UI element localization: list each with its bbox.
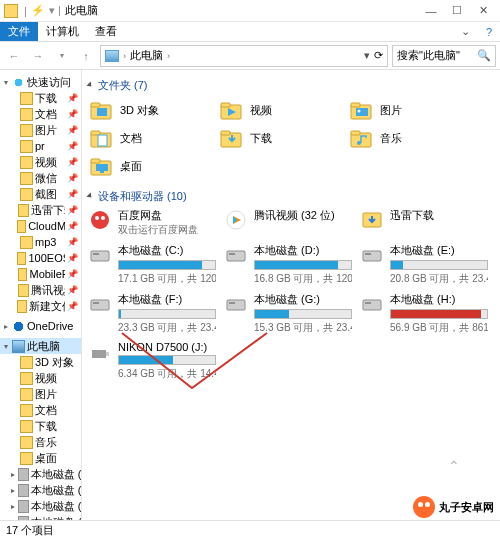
sidebar-pc-item[interactable]: 文档 xyxy=(0,402,81,418)
folder-icon xyxy=(17,252,26,265)
folder-item[interactable]: 桌面 xyxy=(88,153,210,179)
nav-history-button[interactable]: ▾ xyxy=(52,46,72,66)
drive-item[interactable]: 本地磁盘 (H:)56.9 GB 可用，共 861 … xyxy=(360,292,488,335)
svg-point-9 xyxy=(358,110,361,113)
close-button[interactable]: ✕ xyxy=(470,1,496,21)
drive-usage-bar xyxy=(390,260,488,270)
drive-item[interactable]: 本地磁盘 (G:)15.3 GB 可用，共 23.4… xyxy=(224,292,352,335)
folder-label: 3D 对象 xyxy=(120,103,159,118)
sidebar-onedrive[interactable]: ▸OneDrive xyxy=(0,318,81,334)
sidebar-quick-item[interactable]: 迅雷下载📌 xyxy=(0,202,81,218)
sidebar-quick-item[interactable]: 微信📌 xyxy=(0,170,81,186)
nav-up-button[interactable]: ↑ xyxy=(76,46,96,66)
sidebar-pc-item[interactable]: 视频 xyxy=(0,370,81,386)
collapse-caret-icon[interactable]: ⌃ xyxy=(448,458,460,474)
drive-item[interactable]: 本地磁盘 (C:)17.1 GB 可用，共 120 … xyxy=(88,243,216,286)
folder-icon xyxy=(20,404,33,417)
folder-item[interactable]: 图片 xyxy=(348,97,470,123)
folder-item[interactable]: 音乐 xyxy=(348,125,470,151)
sidebar-quick-item[interactable]: mp3📌 xyxy=(0,234,81,250)
address-input[interactable]: › 此电脑 › ▾ ⟳ xyxy=(100,45,388,67)
drive-sublabel: 15.3 GB 可用，共 23.4… xyxy=(254,321,352,335)
section-folders-header[interactable]: 文件夹 (7) xyxy=(88,74,494,97)
menu-computer[interactable]: 计算机 xyxy=(38,22,87,41)
search-input[interactable]: 搜索"此电脑" 🔍 xyxy=(392,45,496,67)
drv-icon xyxy=(88,243,112,267)
folder-item[interactable]: 文档 xyxy=(88,125,210,151)
sidebar-quick-item[interactable]: pr📌 xyxy=(0,138,81,154)
sidebar-quick-item[interactable]: 下载📌 xyxy=(0,90,81,106)
svg-rect-29 xyxy=(91,251,109,261)
folder-icon xyxy=(20,108,33,121)
usb-icon xyxy=(88,341,112,365)
sidebar-quick-access[interactable]: ▾快速访问 xyxy=(0,74,81,90)
svg-rect-32 xyxy=(229,253,235,255)
drv-icon xyxy=(88,292,112,316)
svg-rect-31 xyxy=(227,251,245,261)
drive-item[interactable]: 腾讯视频 (32 位) xyxy=(224,208,352,237)
sidebar-quick-item[interactable]: CloudMusic📌 xyxy=(0,218,81,234)
sidebar-quick-item[interactable]: 新建文件夹📌 xyxy=(0,298,81,314)
sidebar-quick-item[interactable]: 文档📌 xyxy=(0,106,81,122)
sidebar-pc-item[interactable]: ▸本地磁盘 (C:) xyxy=(0,466,81,482)
drive-sublabel: 20.8 GB 可用，共 23.4… xyxy=(390,272,488,286)
nav-forward-button[interactable]: → xyxy=(28,46,48,66)
drive-usage-bar xyxy=(390,309,488,319)
sidebar-quick-item[interactable]: 截图📌 xyxy=(0,186,81,202)
help-button[interactable]: ? xyxy=(478,22,500,41)
svg-rect-38 xyxy=(229,302,235,304)
maximize-button[interactable]: ☐ xyxy=(444,1,470,21)
drive-label: 本地磁盘 (C:) xyxy=(118,243,216,258)
sidebar-pc-item[interactable]: 音乐 xyxy=(0,434,81,450)
sidebar-quick-item[interactable]: 视频📌 xyxy=(0,154,81,170)
drive-item[interactable]: 本地磁盘 (E:)20.8 GB 可用，共 23.4… xyxy=(360,243,488,286)
folder-icon xyxy=(18,204,29,217)
breadcrumb-root[interactable]: 此电脑 xyxy=(130,48,163,63)
folder-item[interactable]: 视频 xyxy=(218,97,340,123)
sidebar-pc-item[interactable]: ▸本地磁盘 (D:) xyxy=(0,482,81,498)
sidebar-quick-item[interactable]: 100EOS5D📌 xyxy=(0,250,81,266)
sidebar-pc-item[interactable]: 图片 xyxy=(0,386,81,402)
drive-sublabel: 16.8 GB 可用，共 120 … xyxy=(254,272,352,286)
drive-item[interactable]: 迅雷下载 xyxy=(360,208,488,237)
search-icon[interactable]: 🔍 xyxy=(477,49,491,62)
folder-icon xyxy=(20,172,33,185)
sidebar-pc-item[interactable]: 桌面 xyxy=(0,450,81,466)
menu-file[interactable]: 文件 xyxy=(0,22,38,41)
menu-view[interactable]: 查看 xyxy=(87,22,125,41)
watermark: 丸子安卓网 xyxy=(413,496,494,518)
drive-item[interactable]: 本地磁盘 (F:)23.3 GB 可用，共 23.4… xyxy=(88,292,216,335)
folder-item[interactable]: 3D 对象 xyxy=(88,97,210,123)
onedrive-icon xyxy=(12,320,25,333)
address-dropdown-button[interactable]: ▾ xyxy=(364,49,370,62)
sidebar-pc-item[interactable]: 3D 对象 xyxy=(0,354,81,370)
svg-rect-37 xyxy=(227,300,245,310)
minimize-button[interactable]: — xyxy=(418,1,444,21)
quickaccess-pin-icon[interactable]: ⚡ xyxy=(31,4,45,17)
sidebar-quick-item[interactable]: MobileFile📌 xyxy=(0,266,81,282)
folder-icon xyxy=(20,420,33,433)
search-placeholder: 搜索"此电脑" xyxy=(397,48,460,63)
drive-sublabel: 6.34 GB 可用，共 14.4… xyxy=(118,367,216,381)
sidebar-quick-item[interactable]: 腾讯视频📌 xyxy=(0,282,81,298)
ribbon-expand-button[interactable]: ⌄ xyxy=(453,22,478,41)
drive-usage-bar xyxy=(254,309,352,319)
folder-icon xyxy=(20,156,33,169)
sidebar-quick-item[interactable]: 图片📌 xyxy=(0,122,81,138)
sidebar-pc-item[interactable]: ▸本地磁盘 (E:) xyxy=(0,498,81,514)
section-devices-header[interactable]: 设备和驱动器 (10) xyxy=(88,185,494,208)
folder-label: 图片 xyxy=(380,103,402,118)
drive-label: 百度网盘 xyxy=(118,208,216,223)
refresh-button[interactable]: ⟳ xyxy=(374,49,383,62)
folder-item[interactable]: 下载 xyxy=(218,125,340,151)
sidebar-pc-item[interactable]: 下载 xyxy=(0,418,81,434)
drive-item[interactable]: 本地磁盘 (D:)16.8 GB 可用，共 120 … xyxy=(224,243,352,286)
drive-item[interactable]: NIKON D7500 (J:)6.34 GB 可用，共 14.4… xyxy=(88,341,216,381)
window-title: 此电脑 xyxy=(65,3,418,18)
drive-item[interactable]: 百度网盘双击运行百度网盘 xyxy=(88,208,216,237)
svg-rect-33 xyxy=(363,251,381,261)
nav-back-button[interactable]: ← xyxy=(4,46,24,66)
sidebar-thispc[interactable]: ▾此电脑 xyxy=(0,338,81,354)
folder-icon xyxy=(20,452,33,465)
svg-rect-1 xyxy=(91,103,100,107)
